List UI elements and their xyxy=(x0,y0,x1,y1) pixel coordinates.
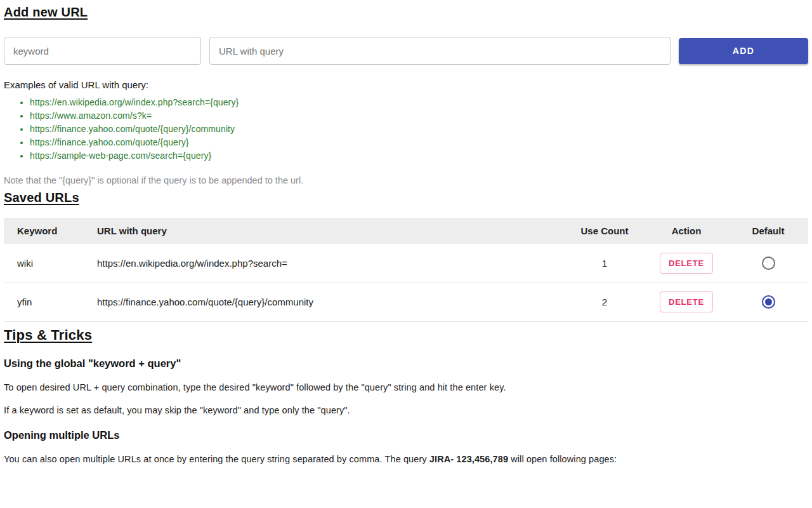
tip-paragraph: If a keyword is set as default, you may … xyxy=(4,405,808,415)
row-keyword: yfin xyxy=(4,283,96,321)
table-row: yfin https://finance.yahoo.com/quote/{qu… xyxy=(4,283,808,321)
options-page: Add new URL ADD Examples of valid URL wi… xyxy=(0,0,812,464)
column-header-action: Action xyxy=(645,218,728,244)
column-header-keyword: Keyword xyxy=(4,218,96,244)
example-url: https://en.wikipedia.org/w/index.php?sea… xyxy=(30,96,808,109)
keyword-input[interactable] xyxy=(4,37,201,65)
example-url: https://www.amazon.com/s?k= xyxy=(30,109,808,123)
column-header-use-count: Use Count xyxy=(565,218,645,244)
url-with-query-input[interactable] xyxy=(209,37,671,65)
tips-and-tricks-heading: Tips & Tricks xyxy=(4,322,808,344)
saved-urls-heading: Saved URLs xyxy=(4,185,808,205)
row-url: https://en.wikipedia.org/w/index.php?sea… xyxy=(96,244,565,283)
row-use-count: 2 xyxy=(565,283,645,321)
tip-paragraph-multiple: You can also open multiple URLs at once … xyxy=(4,454,808,464)
example-url: https://finance.yahoo.com/quote/{query}/… xyxy=(30,123,808,136)
saved-urls-table-header: Keyword URL with query Use Count Action … xyxy=(4,218,808,244)
table-row: wiki https://en.wikipedia.org/w/index.ph… xyxy=(4,244,808,283)
default-radio[interactable] xyxy=(762,295,775,309)
row-keyword: wiki xyxy=(4,244,96,283)
tip-text: You can also open multiple URLs at once … xyxy=(4,454,429,464)
tip-text: will open following pages: xyxy=(508,454,617,464)
tip-subheading-multiple-urls: Opening multiple URLs xyxy=(4,429,808,441)
row-use-count: 1 xyxy=(565,244,645,283)
query-optional-note: Note that the "{query}" is optional if t… xyxy=(4,175,808,185)
example-url: https://finance.yahoo.com/quote/{query} xyxy=(30,136,808,149)
tip-text-query-example: JIRA- 123,456,789 xyxy=(429,454,508,464)
add-button[interactable]: ADD xyxy=(679,38,808,64)
tip-subheading-global-keyword: Using the global "keyword + query" xyxy=(4,358,808,370)
row-url: https://finance.yahoo.com/quote/{query}/… xyxy=(96,283,565,321)
example-url: https://sample-web-page.com/search={quer… xyxy=(30,149,808,163)
tip-paragraph: To open desired URL + query combination,… xyxy=(4,382,808,392)
column-header-default: Default xyxy=(728,218,808,244)
saved-urls-table: Keyword URL with query Use Count Action … xyxy=(4,218,808,322)
delete-button[interactable]: DELETE xyxy=(660,253,713,274)
column-header-url: URL with query xyxy=(96,218,565,244)
examples-title: Examples of valid URL with query: xyxy=(4,79,808,90)
default-radio[interactable] xyxy=(762,257,775,270)
delete-button[interactable]: DELETE xyxy=(660,291,713,312)
example-url-list: https://en.wikipedia.org/w/index.php?sea… xyxy=(4,96,808,163)
add-url-form: ADD xyxy=(4,37,808,65)
add-new-url-heading: Add new URL xyxy=(4,0,808,20)
